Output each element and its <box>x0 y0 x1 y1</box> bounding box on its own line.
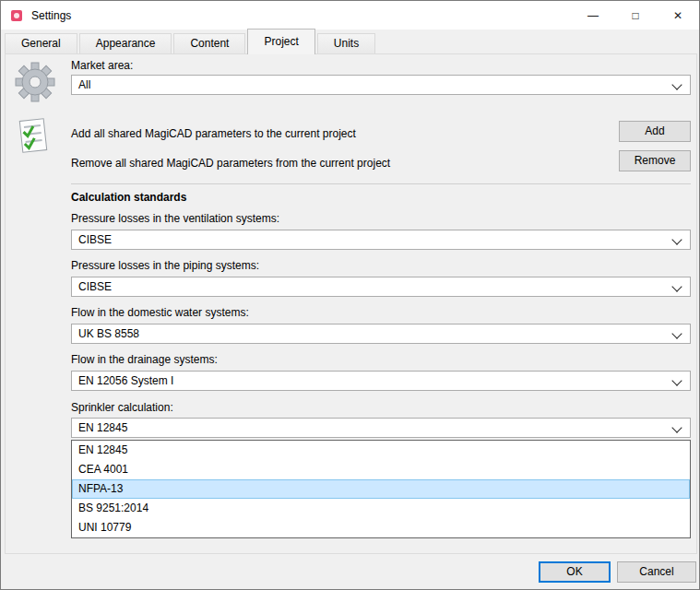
tab-units[interactable]: Units <box>317 33 375 53</box>
chevron-down-icon <box>671 79 682 89</box>
piping-standard-label: Pressure losses in the piping systems: <box>71 259 259 272</box>
drainage-standard-select[interactable]: EN 12056 System I <box>71 371 691 391</box>
tab-strip: General Appearance Content Project Units <box>5 30 377 53</box>
maximize-icon[interactable]: □ <box>614 1 657 30</box>
domestic-water-value: UK BS 8558 <box>78 327 139 340</box>
drainage-standard-value: EN 12056 System I <box>78 374 173 387</box>
domestic-water-label: Flow in the domestic water systems: <box>71 306 249 319</box>
title-bar: Settings — □ ✕ <box>1 1 699 30</box>
chevron-down-icon <box>671 234 682 244</box>
window-title: Settings <box>31 9 71 22</box>
window-controls: — □ ✕ <box>572 1 699 30</box>
tab-project[interactable]: Project <box>247 29 314 54</box>
settings-window: Settings — □ ✕ General Appearance Conten… <box>0 0 700 590</box>
minimize-icon[interactable]: — <box>572 1 614 30</box>
remove-button[interactable]: Remove <box>619 150 691 171</box>
chevron-down-icon <box>671 422 682 432</box>
sprinkler-calculation-value: EN 12845 <box>78 421 127 434</box>
add-parameters-text: Add all shared MagiCAD parameters to the… <box>71 127 356 140</box>
sprinkler-calculation-select[interactable]: EN 12845 <box>71 418 691 438</box>
chevron-down-icon <box>671 281 682 291</box>
app-icon <box>9 8 24 23</box>
add-button[interactable]: Add <box>619 121 691 142</box>
piping-standard-value: CIBSE <box>78 280 112 293</box>
project-tab-panel: Market area: All Add all shared MagiCAD … <box>5 53 697 554</box>
market-area-select[interactable]: All <box>71 75 691 95</box>
dropdown-option[interactable]: EN 12845 <box>72 441 690 460</box>
dropdown-option[interactable]: CEA 4001 <box>72 460 690 479</box>
market-area-value: All <box>78 78 90 91</box>
tab-general[interactable]: General <box>5 33 77 53</box>
dropdown-option-selected[interactable]: NFPA-13 <box>72 479 690 499</box>
gear-icon <box>13 60 57 107</box>
sprinkler-dropdown-list: EN 12845 CEA 4001 NFPA-13 BS 9251:2014 U… <box>71 440 691 538</box>
piping-standard-select[interactable]: CIBSE <box>71 277 691 297</box>
drainage-standard-label: Flow in the drainage systems: <box>71 353 218 366</box>
tab-content[interactable]: Content <box>173 33 245 53</box>
chevron-down-icon <box>671 328 682 338</box>
market-area-label: Market area: <box>71 59 133 72</box>
tab-appearance[interactable]: Appearance <box>79 33 172 53</box>
dropdown-option[interactable]: UNI 10779 <box>72 518 690 537</box>
ventilation-standard-label: Pressure losses in the ventilation syste… <box>71 212 279 225</box>
calculation-standards-heading: Calculation standards <box>71 191 186 204</box>
chevron-down-icon <box>671 375 682 385</box>
dropdown-option[interactable]: BS 9251:2014 <box>72 499 690 518</box>
checklist-icon <box>13 115 53 159</box>
remove-parameters-text: Remove all shared MagiCAD parameters fro… <box>71 157 390 170</box>
domestic-water-select[interactable]: UK BS 8558 <box>71 324 691 344</box>
cancel-button[interactable]: Cancel <box>617 561 696 583</box>
ventilation-standard-value: CIBSE <box>78 233 112 246</box>
ok-button[interactable]: OK <box>539 561 611 583</box>
sprinkler-calculation-label: Sprinkler calculation: <box>71 401 173 414</box>
ventilation-standard-select[interactable]: CIBSE <box>71 230 691 250</box>
close-icon[interactable]: ✕ <box>657 1 699 30</box>
section-divider <box>71 183 691 184</box>
